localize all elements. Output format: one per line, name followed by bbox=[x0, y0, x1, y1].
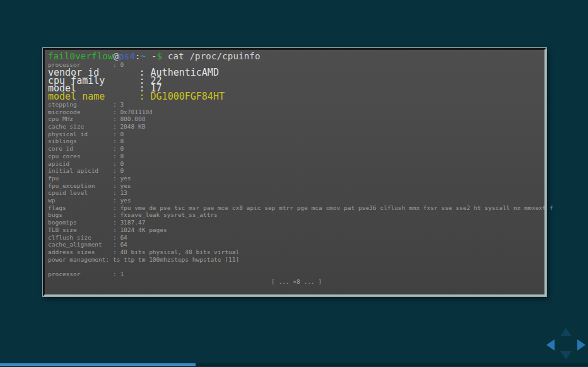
terminal-line: processor : 1 bbox=[48, 271, 544, 278]
terminal-line: bogomips : 3187.47 bbox=[48, 219, 544, 226]
nav-down-arrow-icon[interactable] bbox=[560, 351, 572, 359]
terminal-line: cpu MHz : 800.000 bbox=[48, 115, 544, 123]
terminal-line: clflush size : 64 bbox=[48, 234, 544, 242]
nav-up-arrow-icon[interactable] bbox=[560, 328, 572, 336]
terminal-line: TLB size : 1024 4K pages bbox=[48, 226, 544, 234]
terminal-prompt: fail0verflow@ps4:~ -$ cat /proc/cpuinfo bbox=[48, 51, 544, 61]
terminal-line: siblings : 8 bbox=[48, 137, 544, 145]
terminal-line: stepping : 3 bbox=[48, 101, 544, 108]
terminal-line: cpuid level : 13 bbox=[48, 189, 544, 197]
terminal-line: power management: ts ttp tm 100mhzsteps … bbox=[48, 256, 544, 264]
terminal-line: wp : yes bbox=[48, 197, 544, 204]
terminal-line: bugs : fxsave_leak sysret_ss_attrs bbox=[48, 211, 544, 219]
terminal-line: apicid : 0 bbox=[48, 160, 544, 168]
terminal-window: fail0verflow@ps4:~ -$ cat /proc/cpuinfo … bbox=[43, 48, 546, 296]
terminal-line: microcode : 0x7011104 bbox=[48, 108, 544, 116]
prompt-colon: : bbox=[135, 51, 141, 61]
terminal-line bbox=[48, 263, 544, 271]
prompt-command: cat /proc/cpuinfo bbox=[162, 51, 260, 61]
terminal-line: cache size : 2048 KB bbox=[48, 123, 544, 131]
terminal-line: core id : 0 bbox=[48, 145, 544, 153]
nav-right-arrow-icon[interactable] bbox=[577, 339, 585, 351]
nav-left-arrow-icon[interactable] bbox=[546, 339, 555, 351]
slide-progress-track[interactable] bbox=[0, 363, 588, 366]
terminal-line: fpu_exception : yes bbox=[48, 182, 544, 190]
terminal-line: physical id : 0 bbox=[48, 131, 544, 138]
terminal-line: cpu cores : 8 bbox=[48, 153, 544, 160]
terminal-line: initial apicid : 0 bbox=[48, 167, 544, 175]
terminal-line: fpu : yes bbox=[48, 175, 544, 182]
terminal-line: cache_alignment : 64 bbox=[48, 241, 544, 248]
prompt-at-sign: @ bbox=[114, 51, 119, 61]
slide-progress-bar bbox=[0, 363, 196, 366]
prompt-separator: - bbox=[146, 51, 156, 61]
prompt-hostname: ps4 bbox=[119, 51, 135, 61]
slide: fail0verflow@ps4:~ -$ cat /proc/cpuinfo … bbox=[0, 0, 588, 367]
terminal-line: model name : DG1000FGF84HT bbox=[48, 93, 544, 101]
terminal-body: processor : 0vendor_id : AuthenticAMDcpu… bbox=[48, 61, 544, 285]
prompt-username: fail0verflow bbox=[48, 51, 114, 61]
terminal-line: [ ... ×8 ... ] bbox=[48, 278, 545, 286]
prompt-dollar-sign: $ bbox=[157, 51, 163, 61]
terminal-line: address sizes : 40 bits physical, 48 bit… bbox=[48, 248, 544, 256]
slide-nav-controls bbox=[546, 328, 585, 359]
terminal-line: flags : fpu vme de pse tsc msr pae mce c… bbox=[48, 204, 544, 212]
